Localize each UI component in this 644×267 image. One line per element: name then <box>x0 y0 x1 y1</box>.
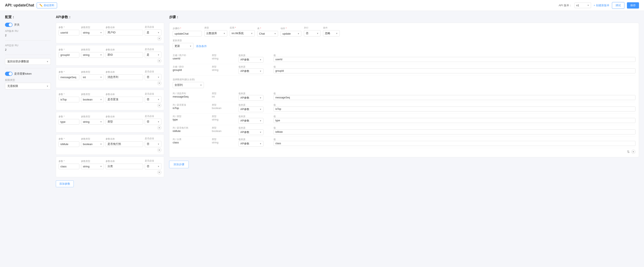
param-type-select-6[interactable]: string ▼ <box>81 164 104 169</box>
param-type-select-5[interactable]: boolean ▼ <box>81 141 104 147</box>
steps-panel: 步骤： 步骤ID * 类型 云数据库 ▼ 应用 * <box>169 15 639 263</box>
perm-type-select[interactable]: 无需权限 ▼ <box>5 83 51 89</box>
param-delete-icon-5[interactable]: ✕ <box>157 148 162 152</box>
col-source-2[interactable]: API参数 ▼ <box>238 118 264 124</box>
chevron-down-icon: ▼ <box>260 120 262 122</box>
param-delete-icon-3[interactable]: ✕ <box>157 103 162 108</box>
update-type-row: 更新类型 更新 ▼ 添加条件 <box>173 39 636 49</box>
pk-value-userid[interactable] <box>274 57 636 62</box>
chevron-down-icon: ▼ <box>200 84 202 86</box>
param-name-input-1[interactable] <box>58 52 79 58</box>
param-name-input-0[interactable] <box>58 30 79 36</box>
step-type-select[interactable]: 云数据库 ▼ <box>204 30 227 37</box>
param-row-2: 参数 * 参数类型 int ▼ 参数名称 是否必须 否 ▼ <box>56 67 164 88</box>
col-source-1[interactable]: API参数 ▼ <box>238 107 264 112</box>
col-label-3: 列 / 是否免打扰 <box>173 126 210 129</box>
pk-col-name-userid: userId <box>173 57 180 60</box>
param-required-select-6[interactable]: 否 ▼ <box>145 163 162 169</box>
api-version-value: 2 <box>5 34 51 37</box>
param-name-input-2[interactable] <box>58 74 79 80</box>
col-value-1[interactable] <box>274 107 636 112</box>
chevron-down-icon: ▼ <box>46 85 48 87</box>
chevron-down-icon: ▼ <box>46 61 48 63</box>
step-table-select[interactable]: Chat ▼ <box>257 31 278 37</box>
update-type-select[interactable]: 更新 ▼ <box>173 43 194 49</box>
add-param-button[interactable]: 添加参数 <box>56 180 74 187</box>
return-data-select[interactable]: 返回全部步骤数据 ▼ <box>5 58 51 65</box>
param-required-select-1[interactable]: 是 ▼ <box>145 52 162 58</box>
pk-value-groupid[interactable] <box>274 68 636 73</box>
step-table-label: 表 * <box>257 27 278 30</box>
pk-source-groupid[interactable]: API参数 ▼ <box>238 68 264 74</box>
col-value-3[interactable] <box>274 129 636 134</box>
basic-info-button[interactable]: ✏️ 基础资料 <box>37 3 57 8</box>
api-version-item: API版本 RU 2 <box>5 29 51 37</box>
step-delete-icon[interactable]: ✕ <box>631 150 636 154</box>
param-required-select-5[interactable]: 否 ▼ <box>145 141 162 147</box>
param-required-select-3[interactable]: 否 ▼ <box>145 96 162 103</box>
col-name-4: class <box>173 141 179 144</box>
header-left: API: updateChat ✏️ 基础资料 <box>5 3 57 8</box>
param-alias-input-0[interactable] <box>106 30 143 36</box>
select-columns-select[interactable]: 全部列 ▼ <box>173 82 204 88</box>
param-name-input-4[interactable] <box>58 119 79 125</box>
param-required-select-2[interactable]: 否 ▼ <box>145 74 162 80</box>
col-label-1: 列 / 是否置顶 <box>173 103 210 107</box>
param-delete-icon-2[interactable]: ✕ <box>157 81 162 85</box>
param-alias-input-6[interactable] <box>106 164 143 169</box>
col-row-3: 列 / 是否免打扰 isMute 类型 boolean 值来源 API参数 ▼ … <box>173 125 636 137</box>
param-delete-icon-1[interactable]: ✕ <box>157 59 162 63</box>
param-type-select-1[interactable]: string ▼ <box>81 52 104 58</box>
col-source-3[interactable]: API参数 ▼ <box>238 129 264 135</box>
step-action-select[interactable]: update ▼ <box>280 31 302 37</box>
col-label-4: 列 / 分类 <box>173 138 210 141</box>
step-app-select[interactable]: im:IM系统 ▼ <box>230 30 255 37</box>
col-source-4[interactable]: API参数 ▼ <box>238 141 264 147</box>
column-rows-container: 列 / 消息序列 messageSeq 类型 int 值来源 API参数 ▼ 值… <box>173 91 636 148</box>
token-toggle[interactable] <box>5 72 12 76</box>
col-value-0[interactable] <box>274 95 636 100</box>
param-delete-icon-0[interactable]: ✕ <box>157 37 162 41</box>
switch-toggle[interactable] <box>5 23 12 27</box>
param-name-input-6[interactable] <box>58 164 79 169</box>
param-type-select-0[interactable]: string ▼ <box>81 30 104 36</box>
chevron-down-icon: ▼ <box>100 32 102 34</box>
param-delete-icon-6[interactable]: ✕ <box>157 170 162 174</box>
test-button[interactable]: 调试 <box>612 2 624 9</box>
edit-icon: ✏️ <box>39 4 43 7</box>
param-name-input-5[interactable] <box>58 141 79 147</box>
add-condition-button[interactable]: 添加条件 <box>196 44 207 48</box>
main-content: 配置： 开关 API版本 RU 2 API定价 RU 2 返回全部步骤数据 ▼ … <box>0 11 644 267</box>
param-type-select-3[interactable]: boolean ▼ <box>81 97 104 102</box>
pk-row-groupid: 主键 / 群ID groupId 类型 string 值来源 API参数 ▼ <box>173 64 636 76</box>
col-value-2[interactable] <box>274 118 636 123</box>
sort-icon[interactable]: ⇅ <box>627 150 630 154</box>
step-type-label: 类型 <box>204 26 227 29</box>
step-action-label: 动作 * <box>280 27 302 30</box>
param-alias-input-4[interactable] <box>106 119 143 125</box>
step-id-input[interactable] <box>173 31 202 37</box>
param-type-select-4[interactable]: string ▼ <box>81 119 104 125</box>
param-required-select-4[interactable]: 否 ▼ <box>145 119 162 125</box>
col-row-0: 列 / 消息序列 messageSeq 类型 int 值来源 API参数 ▼ 值 <box>173 91 636 102</box>
pk-source-userid[interactable]: API参数 ▼ <box>238 57 264 63</box>
param-alias-input-1[interactable] <box>106 52 143 58</box>
param-row-1: 参数 * 参数类型 string ▼ 参数名称 是否必须 是 ▼ <box>56 45 164 66</box>
param-required-select-0[interactable]: 是 ▼ <box>145 29 162 36</box>
param-alias-input-3[interactable] <box>106 97 143 102</box>
version-select[interactable]: v1 ▼ <box>574 3 591 8</box>
param-type-select-2[interactable]: int ▼ <box>81 74 104 80</box>
chevron-down-icon: ▼ <box>158 76 160 78</box>
step-parallel-select[interactable]: 否 ▼ <box>304 30 320 37</box>
add-step-button[interactable]: 添加步骤 <box>169 161 189 168</box>
col-value-4[interactable] <box>274 141 636 146</box>
step-app-group: 应用 * im:IM系统 ▼ <box>230 26 255 37</box>
param-name-input-3[interactable] <box>58 97 79 102</box>
param-alias-input-2[interactable] <box>106 74 143 80</box>
col-source-0[interactable]: API参数 ▼ <box>238 95 264 101</box>
step-condition-select[interactable]: 忽略 ▼ <box>323 30 340 37</box>
param-delete-icon-4[interactable]: ✕ <box>157 126 162 130</box>
save-button[interactable]: 保存 <box>627 2 639 9</box>
create-version-button[interactable]: + 创建新版本 <box>594 4 610 7</box>
param-alias-input-5[interactable] <box>106 141 143 147</box>
